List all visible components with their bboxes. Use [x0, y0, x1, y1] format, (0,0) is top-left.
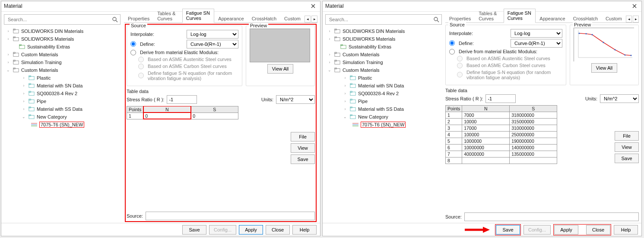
source-field[interactable]: [146, 212, 315, 220]
stress-ratio-input[interactable]: [485, 94, 516, 103]
view-all-button[interactable]: View All: [267, 64, 293, 74]
sn-table-wrap[interactable]: Points N S 17000318000000 21000031500000…: [445, 105, 557, 187]
asme-aust-radio: [138, 57, 144, 62]
tree-item[interactable]: ›Plastic: [325, 74, 442, 82]
tree-item[interactable]: ›Pipe: [4, 97, 121, 105]
tree-item[interactable]: ›Sustainability Extras: [325, 43, 442, 51]
units-select[interactable]: N/m^2: [600, 94, 639, 103]
search-icon[interactable]: [110, 16, 120, 23]
file-button[interactable]: File: [291, 132, 315, 142]
tab-custom[interactable]: Custom: [602, 14, 626, 23]
tree-item[interactable]: ›Material with SS Data: [325, 105, 442, 113]
tree-item[interactable]: ⌄Custom Materials: [4, 66, 121, 74]
tab-tables[interactable]: Tables & Curves: [475, 9, 504, 23]
tab-fatigue[interactable]: Fatigue SN Curves: [182, 9, 214, 23]
tree-item[interactable]: ›Sustainability Extras: [4, 43, 121, 51]
svg-marker-73: [483, 227, 490, 233]
tab-crosshatch[interactable]: CrossHatch: [248, 14, 280, 23]
tab-scroll-right-icon[interactable]: ▸: [311, 16, 317, 23]
tree-pane: ›SOLIDWORKS DIN Materials ›SOLIDWORKS Ma…: [323, 12, 444, 223]
tree-item[interactable]: ›SOLIDWORKS Materials: [4, 35, 121, 43]
derive-radio[interactable]: [449, 49, 455, 55]
help-button[interactable]: Help: [292, 225, 317, 235]
units-select[interactable]: N/m^2: [276, 95, 315, 104]
tree-item[interactable]: ⌄New Category: [325, 113, 442, 121]
search-box[interactable]: [325, 14, 442, 25]
table-row[interactable]: 1 0 0: [127, 113, 238, 119]
tree-item[interactable]: ›Custom Materials: [325, 51, 442, 58]
define-select[interactable]: Curve-0(R=-1): [511, 39, 562, 48]
view-button[interactable]: View: [291, 143, 315, 153]
tree-item[interactable]: ›Material with SN Data: [325, 82, 442, 90]
source-field[interactable]: [464, 212, 639, 221]
search-input[interactable]: [328, 16, 431, 23]
search-box[interactable]: [4, 14, 121, 25]
tab-crosshatch[interactable]: CrossHatch: [569, 14, 602, 23]
search-icon[interactable]: [431, 16, 441, 23]
interpolate-select[interactable]: Log-log: [187, 30, 238, 39]
table-row[interactable]: 51000000190000000: [446, 138, 557, 144]
table-row[interactable]: 17000318000000: [446, 112, 557, 118]
table-row[interactable]: 610000000140000000: [446, 144, 557, 151]
material-tree[interactable]: ›SOLIDWORKS DIN Materials ›SOLIDWORKS Ma…: [325, 27, 442, 220]
tab-scroll-left-icon[interactable]: ◂: [305, 16, 311, 23]
apply-button[interactable]: Apply: [239, 225, 263, 235]
table-row[interactable]: 210000315000000: [446, 118, 557, 125]
tab-properties[interactable]: Properties: [124, 14, 153, 23]
help-button[interactable]: Help: [614, 225, 638, 235]
tree-item[interactable]: ›Simulation Training: [325, 58, 442, 66]
stress-ratio-input[interactable]: [167, 95, 197, 104]
sn-table-wrap[interactable]: Points N S 1 0 0: [127, 106, 238, 188]
view-all-button[interactable]: View All: [591, 63, 617, 73]
tree-item[interactable]: ⌄Custom Materials: [325, 66, 442, 74]
tab-appearance[interactable]: Appearance: [214, 14, 247, 23]
save-button[interactable]: Save: [182, 225, 206, 235]
define-radio[interactable]: [449, 40, 455, 46]
tree-item[interactable]: ›SQ000328-4 Rev 2: [4, 90, 121, 97]
close-button[interactable]: Close: [266, 225, 290, 235]
tree-item[interactable]: ›Pipe: [325, 97, 442, 105]
table-row[interactable]: 4100000250000000: [446, 131, 557, 138]
close-icon[interactable]: [309, 2, 317, 10]
tree-item-selected[interactable]: 7075-T6 (SN)_NEW: [325, 121, 442, 129]
table-row[interactable]: 8: [446, 157, 557, 164]
define-select[interactable]: Curve-0(R=-1): [187, 40, 238, 48]
material-tree[interactable]: ›SOLIDWORKS DIN Materials ›SOLIDWORKS Ma…: [4, 27, 121, 220]
tree-item[interactable]: ›Plastic: [4, 74, 121, 82]
close-icon[interactable]: [630, 2, 639, 10]
tree-item[interactable]: ›SQ000328-4 Rev 2: [325, 90, 442, 97]
tab-scroll-right-icon[interactable]: ▸: [633, 16, 639, 23]
col-s: S: [191, 106, 238, 113]
tree-item[interactable]: ›Simulation Training: [4, 58, 121, 66]
apply-button[interactable]: Apply: [554, 225, 578, 235]
table-row[interactable]: 740000000135000000: [446, 151, 557, 157]
view-button[interactable]: View: [615, 142, 639, 152]
tab-custom[interactable]: Custom: [280, 14, 305, 23]
tree-item[interactable]: ›Material with SN Data: [4, 82, 121, 90]
file-button[interactable]: File: [615, 131, 639, 141]
tab-tables[interactable]: Tables & Curves: [153, 9, 182, 23]
save-table-button[interactable]: Save: [615, 154, 639, 163]
save-table-button[interactable]: Save: [291, 154, 315, 164]
close-button[interactable]: Close: [586, 225, 610, 235]
tree-item[interactable]: ›SOLIDWORKS DIN Materials: [4, 27, 121, 35]
col-points: Points: [446, 105, 462, 112]
tree-item[interactable]: ›Custom Materials: [4, 51, 121, 58]
tree-item-selected[interactable]: 7075-T6 (SN)_NEW: [4, 121, 121, 129]
tab-fatigue[interactable]: Fatigue SN Curves: [504, 9, 536, 23]
table-row[interactable]: 317000310000000: [446, 125, 557, 131]
tab-appearance[interactable]: Appearance: [536, 14, 569, 23]
sn-data-table[interactable]: Points N S 1 0 0: [127, 106, 238, 119]
tree-item[interactable]: ›Material with SS Data: [4, 105, 121, 113]
define-radio[interactable]: [130, 41, 136, 47]
tab-properties[interactable]: Properties: [445, 14, 475, 23]
tab-scroll-left-icon[interactable]: ◂: [626, 16, 632, 23]
sn-data-table[interactable]: Points N S 17000318000000 21000031500000…: [445, 105, 557, 164]
tree-item[interactable]: ›SOLIDWORKS Materials: [325, 35, 442, 43]
tree-item[interactable]: ›SOLIDWORKS DIN Materials: [325, 27, 442, 35]
search-input[interactable]: [7, 16, 110, 23]
interpolate-select[interactable]: Log-log: [511, 29, 562, 38]
save-button[interactable]: Save: [496, 225, 520, 235]
tree-item[interactable]: ⌄New Category: [4, 113, 121, 121]
derive-radio[interactable]: [130, 50, 136, 55]
